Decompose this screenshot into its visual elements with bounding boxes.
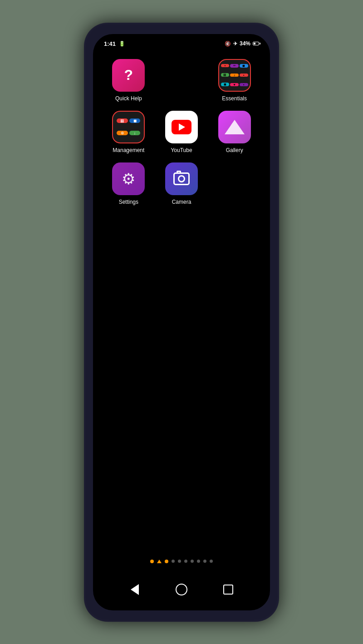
mute-icon: 🔇 (225, 41, 231, 47)
app-camera[interactable]: Camera (162, 162, 201, 205)
status-right: 🔇 ✈ 34% (225, 40, 259, 47)
essentials-label: Essentials (222, 95, 247, 102)
camera-icon (165, 162, 198, 195)
camera-bump (177, 171, 181, 173)
mgmt-cell-3: ⊕ (117, 131, 128, 135)
dot-1[interactable] (150, 560, 154, 563)
management-icon: ▦ ◼ ⊕ ↓ (112, 111, 145, 143)
home-screen: Quick Help ▪ ✏ ◼ ▦ ♪ ▪ ◼ ♥ ▪ (93, 50, 270, 573)
essentials-cell-7: ◼ (221, 83, 230, 86)
gear-icon: ⚙ (122, 170, 135, 188)
battery-percent: 34% (240, 40, 250, 47)
settings-label: Settings (119, 199, 138, 205)
quick-help-icon (112, 59, 145, 92)
essentials-icon: ▪ ✏ ◼ ▦ ♪ ▪ ◼ ♥ ▪ (218, 59, 251, 92)
essentials-cell-5: ♪ (230, 74, 239, 77)
mgmt-cell-2: ◼ (129, 118, 141, 123)
essentials-cell-2: ✏ (230, 64, 239, 68)
page-dots (102, 554, 261, 569)
dot-9[interactable] (203, 560, 206, 563)
home-icon (176, 584, 187, 595)
essentials-cell-3: ◼ (240, 64, 248, 68)
youtube-icon (165, 111, 198, 143)
navigation-bar (93, 573, 270, 610)
youtube-triangle (179, 123, 185, 131)
management-label: Management (113, 147, 144, 153)
essentials-cell-8: ♥ (230, 83, 239, 86)
settings-icon: ⚙ (112, 162, 145, 195)
empty-slot-1 (162, 59, 201, 99)
app-grid: Quick Help ▪ ✏ ◼ ▦ ♪ ▪ ◼ ♥ ▪ (102, 54, 261, 554)
gallery-label: Gallery (226, 147, 243, 153)
app-row-2: ▦ ◼ ⊕ ↓ Management YouTube (102, 111, 261, 153)
dot-2-triangle[interactable] (157, 560, 162, 563)
dot-8[interactable] (197, 560, 200, 563)
home-button[interactable] (172, 580, 191, 600)
camera-body (173, 172, 190, 185)
battery-small-icon: 🔋 (119, 41, 125, 47)
dot-10[interactable] (210, 560, 213, 563)
back-button[interactable] (125, 580, 145, 600)
recents-icon (223, 585, 233, 595)
app-row-3: ⚙ Settings Camera (102, 162, 261, 205)
app-row-1: Quick Help ▪ ✏ ◼ ▦ ♪ ▪ ◼ ♥ ▪ (102, 59, 261, 102)
youtube-play-button (172, 120, 191, 134)
status-left: 1:41 🔋 (104, 40, 125, 47)
essentials-cell-6: ▪ (240, 74, 248, 77)
app-quick-help[interactable]: Quick Help (108, 59, 148, 102)
phone-frame: 1:41 🔋 🔇 ✈ 34% Quick Help (84, 23, 279, 622)
recents-button[interactable] (218, 580, 238, 600)
essentials-cell-4: ▦ (221, 73, 230, 77)
dot-6[interactable] (184, 560, 187, 563)
mgmt-cell-4: ↓ (129, 131, 141, 135)
gallery-mountain-icon (225, 120, 245, 134)
notch (159, 34, 204, 45)
dot-4[interactable] (172, 560, 175, 563)
dot-5[interactable] (178, 560, 181, 563)
dot-3[interactable] (165, 560, 168, 563)
empty-slot-2 (215, 162, 255, 202)
battery-icon (253, 42, 259, 45)
time-display: 1:41 (104, 40, 116, 47)
airplane-icon: ✈ (233, 41, 237, 47)
camera-label: Camera (172, 199, 191, 205)
phone-screen: 1:41 🔋 🔇 ✈ 34% Quick Help (93, 34, 270, 610)
app-youtube[interactable]: YouTube (162, 111, 201, 153)
app-settings[interactable]: ⚙ Settings (108, 162, 148, 205)
dot-7[interactable] (191, 560, 194, 563)
essentials-cell-1: ▪ (221, 64, 230, 67)
app-gallery[interactable]: Gallery (215, 111, 255, 153)
back-icon (131, 584, 139, 595)
essentials-cell-9: ▪ (240, 83, 248, 86)
quick-help-label: Quick Help (115, 95, 142, 102)
app-management[interactable]: ▦ ◼ ⊕ ↓ Management (108, 111, 148, 153)
camera-lens (178, 175, 185, 182)
mgmt-cell-1: ▦ (117, 118, 128, 123)
youtube-label: YouTube (171, 147, 192, 153)
app-essentials[interactable]: ▪ ✏ ◼ ▦ ♪ ▪ ◼ ♥ ▪ Essentials (215, 59, 255, 102)
gallery-icon (218, 111, 251, 143)
